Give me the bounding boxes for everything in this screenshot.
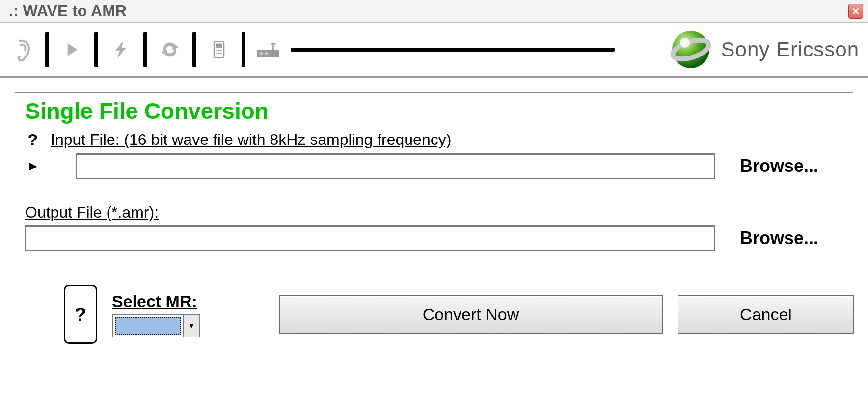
close-button[interactable]: [848, 4, 863, 19]
bottom-bar: ? Select MR: ▼ Convert Now Cancel: [0, 276, 868, 344]
svg-rect-10: [265, 52, 268, 55]
toolbar-separator: [242, 32, 245, 67]
titlebar: .: WAVE to AMR: [0, 0, 868, 23]
input-file-label: Input File: (16 bit wave file with 8kHz …: [51, 131, 451, 149]
output-block: Output File (*.amr): Browse...: [25, 203, 843, 251]
toolbar-separator: [94, 32, 98, 67]
select-mr-block: Select MR: ▼: [112, 292, 200, 337]
conversion-panel: Single File Conversion ? Input File: (16…: [15, 92, 853, 276]
help-button[interactable]: ?: [64, 285, 97, 344]
ear-icon[interactable]: [9, 36, 36, 63]
svg-point-5: [216, 52, 217, 54]
window-title: .: WAVE to AMR: [9, 2, 848, 20]
svg-point-6: [218, 52, 219, 54]
play-input-icon[interactable]: ▶: [25, 160, 41, 172]
sony-ericsson-logo-icon: [670, 29, 711, 70]
toolbar-separator: [192, 32, 196, 67]
select-mr-dropdown[interactable]: ▼: [112, 314, 200, 337]
svg-point-2: [216, 50, 217, 51]
lightning-icon[interactable]: [107, 36, 135, 63]
input-help-icon[interactable]: ?: [25, 130, 41, 149]
input-file-field[interactable]: [76, 153, 715, 179]
toolbar-separator: [45, 32, 49, 67]
input-file-row: ▶ Browse...: [25, 153, 843, 179]
svg-point-7: [220, 52, 222, 54]
close-icon: [852, 8, 859, 15]
output-browse-button[interactable]: Browse...: [740, 228, 838, 249]
phone-icon[interactable]: [205, 36, 233, 63]
svg-rect-9: [260, 52, 263, 55]
output-file-row: Browse...: [25, 225, 843, 251]
input-label-row: ? Input File: (16 bit wave file with 8kH…: [25, 130, 843, 149]
progress-line: [291, 48, 615, 52]
cancel-button[interactable]: Cancel: [678, 295, 854, 334]
svg-point-4: [220, 50, 222, 51]
svg-point-13: [680, 38, 690, 48]
svg-point-3: [218, 50, 219, 51]
panel-title: Single File Conversion: [25, 98, 843, 124]
refresh-icon[interactable]: [156, 36, 184, 63]
chevron-down-icon: ▼: [183, 315, 199, 337]
output-file-field[interactable]: [25, 225, 715, 251]
play-icon[interactable]: [58, 36, 85, 63]
select-mr-label: Select MR:: [112, 292, 200, 311]
router-icon[interactable]: [254, 36, 282, 63]
toolbar-separator: [143, 32, 147, 67]
brand-zone: Sony Ericsson: [670, 29, 859, 70]
toolbar: Sony Ericsson: [0, 23, 868, 78]
svg-rect-1: [216, 43, 222, 47]
convert-now-button[interactable]: Convert Now: [279, 295, 663, 334]
output-file-label: Output File (*.amr):: [25, 203, 843, 222]
select-mr-value: [115, 317, 181, 335]
brand-name: Sony Ericsson: [721, 38, 859, 61]
input-browse-button[interactable]: Browse...: [740, 156, 838, 176]
